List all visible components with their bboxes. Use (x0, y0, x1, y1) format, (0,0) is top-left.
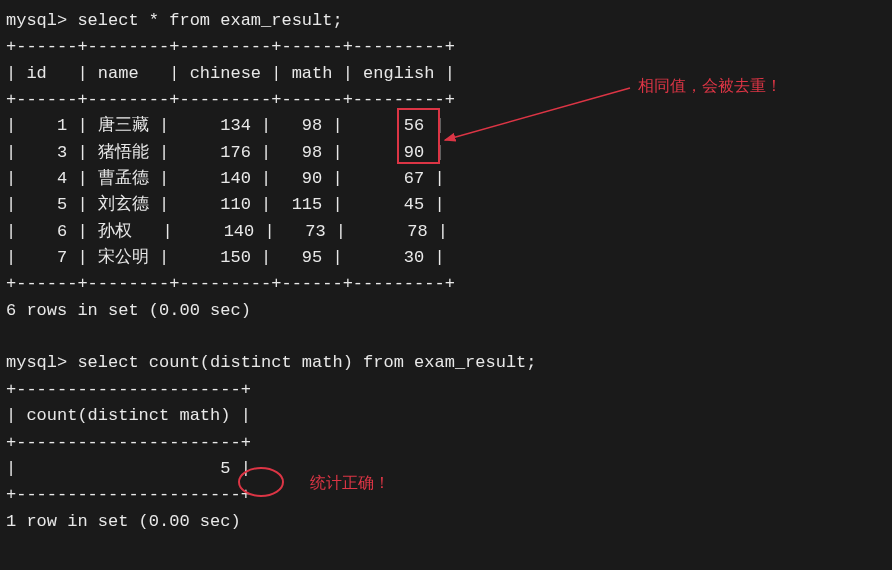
table1-row: | 7 | 宋公明 | 150 | 95 | 30 | (6, 245, 886, 271)
annotation-correct: 统计正确！ (310, 471, 390, 496)
table1-border-bottom: +------+--------+---------+------+------… (6, 271, 886, 297)
table2-border-top: +----------------------+ (6, 377, 886, 403)
table1-row: | 3 | 猪悟能 | 176 | 98 | 90 | (6, 140, 886, 166)
query1-line: mysql> select * from exam_result; (6, 8, 886, 34)
table1-row: | 6 | 孙权 | 140 | 73 | 78 | (6, 219, 886, 245)
mysql-prompt: mysql> (6, 353, 77, 372)
blank-line (6, 324, 886, 350)
sql-statement: select * from exam_result; (77, 11, 342, 30)
query2-footer: 1 row in set (0.00 sec) (6, 509, 886, 535)
annotation-dedup: 相同值，会被去重！ (638, 74, 782, 99)
query1-footer: 6 rows in set (0.00 sec) (6, 298, 886, 324)
table1-row: | 5 | 刘玄德 | 110 | 115 | 45 | (6, 192, 886, 218)
table1-border-top: +------+--------+---------+------+------… (6, 34, 886, 60)
table2-header: | count(distinct math) | (6, 403, 886, 429)
table2-row: | 5 | (6, 456, 886, 482)
mysql-prompt: mysql> (6, 11, 77, 30)
sql-statement: select count(distinct math) from exam_re… (77, 353, 536, 372)
table1-row: | 1 | 唐三藏 | 134 | 98 | 56 | (6, 113, 886, 139)
query2-line: mysql> select count(distinct math) from … (6, 350, 886, 376)
table2-border-bottom: +----------------------+ (6, 482, 886, 508)
table2-border-mid: +----------------------+ (6, 430, 886, 456)
table1-row: | 4 | 曹孟德 | 140 | 90 | 67 | (6, 166, 886, 192)
